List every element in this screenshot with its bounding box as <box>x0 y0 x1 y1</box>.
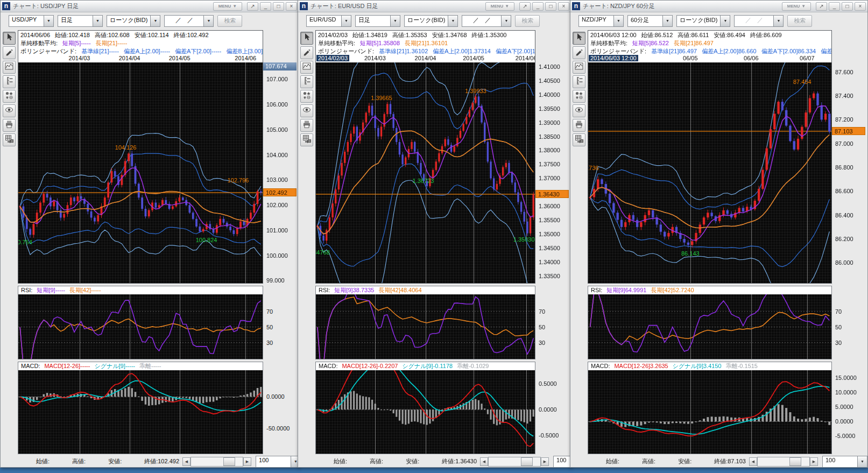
scrollbar-thumb[interactable] <box>521 457 533 466</box>
minimize-button[interactable]: _ <box>260 2 271 11</box>
menu-label: MENU <box>491 4 504 9</box>
bb-center: 基準線[21]----- <box>81 48 119 54</box>
style-select[interactable]: ローソク(BID)▼ <box>107 15 160 27</box>
maximize-button[interactable]: □ <box>273 2 284 11</box>
ma-short: 短期[5]1.35808 <box>360 40 400 46</box>
x-axis-row: 2014/06/03 12:0006/0506/0606/07 <box>588 55 831 62</box>
main-chart-canvas[interactable] <box>316 62 535 283</box>
indicator-tool-button[interactable] <box>3 61 16 74</box>
macd-plot <box>588 370 831 454</box>
symbols-tool-button[interactable] <box>573 90 585 103</box>
chart-scrollbar[interactable] <box>488 457 541 467</box>
scroll-left-button[interactable]: ◀ <box>182 457 190 466</box>
symbols-tool-button[interactable] <box>3 90 16 103</box>
search-button[interactable]: 検索 <box>515 15 540 27</box>
maximize-button[interactable]: □ <box>545 2 556 11</box>
scroll-right-button[interactable]: ▶ <box>541 457 549 466</box>
search-button[interactable]: 検索 <box>787 15 812 27</box>
zoom-select[interactable]: 100▼ <box>256 456 299 468</box>
pair-select[interactable]: EUR/USD▼ <box>306 15 351 27</box>
scale-tool-button[interactable] <box>3 75 16 88</box>
app-logo-icon: n <box>2 2 10 10</box>
label: 安値: <box>432 32 446 38</box>
print-tool-button[interactable] <box>573 119 585 132</box>
scale-tool-button[interactable] <box>300 75 313 88</box>
minimize-button[interactable]: _ <box>532 2 544 11</box>
scroll-right-button[interactable]: ▶ <box>810 457 818 466</box>
draw-tool-button[interactable] <box>300 46 313 59</box>
date-value: ／ ／ <box>165 16 203 26</box>
visibility-tool-button[interactable] <box>573 104 585 117</box>
visibility-tool-button[interactable] <box>300 104 313 117</box>
timeframe-select[interactable]: 日足▼ <box>58 15 103 27</box>
export-tool-button[interactable] <box>300 133 313 146</box>
maximize-button[interactable]: □ <box>842 2 853 11</box>
scroll-right-button[interactable]: ▶ <box>243 457 251 466</box>
label: シグナル[9] <box>94 363 125 369</box>
macd-canvas[interactable] <box>588 370 831 454</box>
tool-sidebar <box>571 30 587 467</box>
chart-scrollbar[interactable] <box>190 457 243 467</box>
draw-tool-button[interactable] <box>3 46 16 59</box>
value: 3.2635 <box>650 363 668 369</box>
date-select[interactable]: ／ ／▼ <box>462 15 511 27</box>
draw-tool-button[interactable] <box>573 46 585 59</box>
date-select[interactable]: ／ ／▼ <box>734 15 784 27</box>
macd-canvas[interactable] <box>316 370 535 454</box>
export-tool-button[interactable] <box>3 133 16 146</box>
zoom-select[interactable]: 100▼ <box>822 456 867 468</box>
value: 102.492 <box>158 458 179 464</box>
titlebar[interactable]: nチャート: NZD/JPY 60分足MENU▼↗_□× <box>570 1 867 12</box>
menu-button[interactable]: MENU▼ <box>213 2 242 11</box>
symbols-tool-button[interactable] <box>300 90 313 103</box>
search-button[interactable]: 検索 <box>217 15 242 27</box>
zoom-select[interactable]: 100▼ <box>553 456 571 468</box>
minimize-button[interactable]: _ <box>829 2 840 11</box>
menu-button[interactable]: MENU▼ <box>485 2 514 11</box>
print-tool-button[interactable] <box>300 119 313 132</box>
window-title: チャート: NZD/JPY 60分足 <box>583 2 782 10</box>
x-axis-highlight: 2014/02/03 <box>316 55 349 61</box>
popout-button[interactable]: ↗ <box>247 2 258 11</box>
titlebar[interactable]: nチャート: USD/JPY 日足MENU▼↗_□× <box>1 1 299 12</box>
chart-scrollbar[interactable] <box>757 457 810 467</box>
titlebar[interactable]: nチャート: EUR/USD 日足MENU▼↗_□× <box>298 1 571 12</box>
scrollbar-thumb[interactable] <box>789 457 801 466</box>
close-button[interactable]: × <box>558 2 569 11</box>
timeframe-select[interactable]: 60分足▼ <box>627 15 673 27</box>
axis-label: -5.0000 <box>835 433 855 439</box>
close-button[interactable]: × <box>286 2 297 11</box>
date-select[interactable]: ／ ／▼ <box>164 15 214 27</box>
value: 86.660 <box>738 48 757 54</box>
pair-select[interactable]: USD/JPY▼ <box>9 15 54 27</box>
macd-signal-legend: シグナル[9]----- <box>94 363 135 369</box>
style-select[interactable]: ローソク(BID)▼ <box>404 15 458 27</box>
indicator-tool-button[interactable] <box>573 61 585 74</box>
style-select[interactable]: ローソク(BID)▼ <box>676 15 730 27</box>
menu-button[interactable]: MENU▼ <box>782 2 811 11</box>
rsi-canvas[interactable] <box>588 294 831 359</box>
cursor-tool-button[interactable] <box>3 32 16 45</box>
main-chart-canvas[interactable] <box>588 62 831 283</box>
timeframe-select[interactable]: 日足▼ <box>355 15 400 27</box>
popout-button[interactable]: ↗ <box>816 2 827 11</box>
cursor-tool-button[interactable] <box>300 32 313 45</box>
print-tool-button[interactable] <box>3 119 16 132</box>
popout-button[interactable]: ↗ <box>519 2 531 11</box>
bb-a-lower: 偏差A下[2.00]1.34889 <box>496 48 535 54</box>
rsi-canvas[interactable] <box>18 294 263 359</box>
visibility-tool-button[interactable] <box>3 104 16 117</box>
cursor-tool-button[interactable] <box>573 32 585 45</box>
macd-canvas[interactable] <box>18 370 263 454</box>
main-chart-canvas[interactable] <box>18 62 263 283</box>
scale-tool-icon <box>5 76 13 87</box>
scroll-left-button[interactable]: ◀ <box>480 457 488 466</box>
close-button[interactable]: × <box>855 2 866 11</box>
scale-tool-button[interactable] <box>573 75 585 88</box>
export-tool-button[interactable] <box>573 133 585 146</box>
rsi-canvas[interactable] <box>316 294 535 359</box>
pair-select[interactable]: NZD/JPY▼ <box>578 15 624 27</box>
scrollbar-thumb[interactable] <box>223 457 235 466</box>
scroll-left-button[interactable]: ◀ <box>749 457 757 466</box>
indicator-tool-button[interactable] <box>300 61 313 74</box>
